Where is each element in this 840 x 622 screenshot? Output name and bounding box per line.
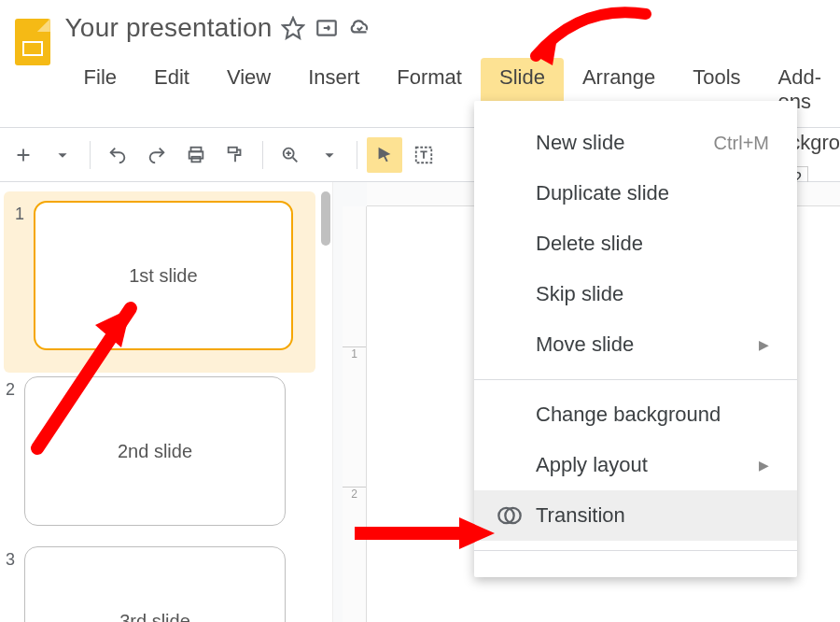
menu-item-label: New slide xyxy=(536,131,624,155)
redo-button[interactable] xyxy=(139,137,175,173)
menu-transition[interactable]: Transition xyxy=(474,490,797,541)
ruler-tick: 1 xyxy=(343,346,366,360)
menu-skip-slide[interactable]: Skip slide xyxy=(474,269,797,319)
cloud-saved-icon[interactable] xyxy=(348,16,372,40)
menu-item-label: Skip slide xyxy=(536,282,623,306)
paint-format-button[interactable] xyxy=(217,137,253,173)
slide-menu-dropdown: New slide Ctrl+M Duplicate slide Delete … xyxy=(474,101,797,577)
select-tool-button[interactable] xyxy=(367,137,402,173)
menu-item-label: Delete slide xyxy=(536,232,643,256)
menu-change-background[interactable]: Change background xyxy=(474,389,797,440)
menu-delete-slide[interactable]: Delete slide xyxy=(474,219,797,269)
svg-marker-0 xyxy=(284,18,304,38)
menu-view[interactable]: View xyxy=(208,58,289,121)
menu-new-slide[interactable]: New slide Ctrl+M xyxy=(474,118,797,168)
thumbnails-scrollbar[interactable] xyxy=(319,182,332,622)
transition-icon xyxy=(497,502,523,529)
thumb-number: 2 xyxy=(6,376,24,526)
slide-thumbnail[interactable]: 1st slide xyxy=(34,201,293,350)
menu-item-label: Apply layout xyxy=(536,453,648,477)
toolbar-separator xyxy=(90,141,91,169)
ruler-vertical[interactable]: 1 2 xyxy=(343,206,367,622)
menu-separator xyxy=(474,379,797,380)
submenu-arrow-icon: ▶ xyxy=(759,337,769,352)
menu-move-slide[interactable]: Move slide ▶ xyxy=(474,319,797,370)
menu-format[interactable]: Format xyxy=(378,58,481,121)
thumb-number: 3 xyxy=(6,546,24,622)
svg-rect-5 xyxy=(229,147,237,152)
thumb-number: 1 xyxy=(15,201,34,350)
move-to-folder-icon[interactable] xyxy=(315,16,339,40)
submenu-arrow-icon: ▶ xyxy=(759,458,769,473)
menu-file[interactable]: File xyxy=(65,58,135,121)
menu-item-label: Duplicate slide xyxy=(536,181,669,205)
slide-thumbnails: 1 1st slide 2 2nd slide 3 3rd slide xyxy=(0,182,319,622)
background-button-partial[interactable]: ckgro xyxy=(790,131,840,155)
zoom-button[interactable] xyxy=(273,137,308,173)
menu-insert[interactable]: Insert xyxy=(289,58,378,121)
app-logo[interactable] xyxy=(13,19,52,65)
menu-duplicate-slide[interactable]: Duplicate slide xyxy=(474,168,797,219)
slide-thumbnail[interactable]: 2nd slide xyxy=(24,376,286,526)
new-slide-dropdown[interactable] xyxy=(45,137,80,173)
doc-title[interactable]: Your presentation xyxy=(65,13,273,43)
menu-item-label: Transition xyxy=(536,503,625,528)
zoom-dropdown[interactable] xyxy=(312,137,347,173)
ruler-tick: 2 xyxy=(343,487,366,501)
menu-item-label: Move slide xyxy=(536,332,634,357)
menu-item-label: Change background xyxy=(536,403,721,427)
menu-edit[interactable]: Edit xyxy=(135,58,208,121)
toolbar-separator xyxy=(357,141,357,169)
undo-button[interactable] xyxy=(100,137,135,173)
menu-shortcut: Ctrl+M xyxy=(714,133,769,154)
star-icon[interactable] xyxy=(281,16,305,40)
menu-separator xyxy=(474,550,797,551)
slide-thumbnail[interactable]: 3rd slide xyxy=(24,546,286,622)
menu-apply-layout[interactable]: Apply layout ▶ xyxy=(474,440,797,490)
new-slide-button[interactable] xyxy=(6,137,41,173)
text-box-button[interactable] xyxy=(406,137,441,173)
print-button[interactable] xyxy=(178,137,214,173)
toolbar-separator xyxy=(262,141,263,169)
